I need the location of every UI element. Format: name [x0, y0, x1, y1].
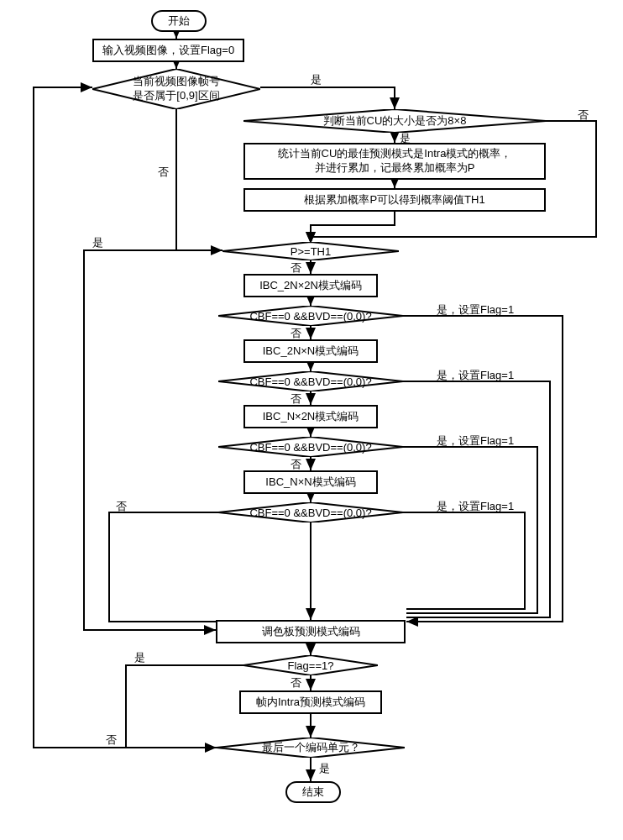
frame-check-no-label: 否	[158, 165, 169, 180]
frame-check-label: 当前视频图像帧号 是否属于[0,9]区间	[133, 75, 220, 103]
cbf1-yes-label: 是，设置Flag=1	[437, 302, 514, 318]
end-label: 结束	[302, 785, 324, 798]
ibc-2n2n-process: IBC_2N×2N模式编码	[243, 274, 378, 297]
threshold-process: 根据累加概率P可以得到概率阈值TH1	[243, 188, 546, 212]
last-cu-no-label: 否	[106, 732, 117, 748]
cbf3-yes-label: 是，设置Flag=1	[437, 433, 514, 449]
ibc-2nn-process: IBC_2N×N模式编码	[243, 339, 378, 363]
cbf3-label: CBF==0 &&BVD==(0,0)?	[249, 441, 371, 454]
palette-process: 调色板预测模式编码	[216, 620, 406, 643]
input-label: 输入视频图像，设置Flag=0	[102, 44, 234, 56]
cbf4-yes-label: 是，设置Flag=1	[437, 499, 514, 514]
cbf2-label: CBF==0 &&BVD==(0,0)?	[249, 375, 371, 388]
last-cu-label: 最后一个编码单元？	[262, 740, 360, 755]
cbf4-no-label: 否	[116, 499, 127, 514]
count-prob-process: 统计当前CU的最佳预测模式是Intra模式的概率， 并进行累加，记最终累加概率为…	[243, 143, 546, 180]
ibc-nn-process: IBC_N×N模式编码	[243, 470, 378, 494]
ibc-n2n-process: IBC_N×2N模式编码	[243, 405, 378, 428]
flag-no-label: 否	[291, 675, 301, 690]
start-label: 开始	[168, 14, 190, 27]
cu-size-no-label: 否	[578, 108, 589, 123]
cbf1-label: CBF==0 &&BVD==(0,0)?	[249, 310, 371, 323]
flowchart-container: 开始 输入视频图像，设置Flag=0 当前视频图像帧号 是否属于[0,9]区间 …	[8, 8, 615, 832]
flag-yes-label: 是	[134, 650, 145, 665]
end-terminal: 结束	[285, 781, 341, 803]
p-check-label: P>=TH1	[291, 245, 331, 258]
start-terminal: 开始	[151, 10, 207, 32]
cbf4-label: CBF==0 &&BVD==(0,0)?	[249, 507, 371, 519]
last-cu-yes-label: 是	[319, 761, 330, 776]
intra-process: 帧内Intra预测模式编码	[239, 690, 382, 714]
input-process: 输入视频图像，设置Flag=0	[92, 39, 244, 62]
flag-check-label: Flag==1?	[288, 659, 334, 672]
cbf2-yes-label: 是，设置Flag=1	[437, 368, 514, 383]
p-check-yes-label: 是	[92, 235, 103, 250]
frame-check-yes-label: 是	[311, 72, 322, 87]
cu-size-label: 判断当前CU的大小是否为8×8	[323, 113, 467, 129]
